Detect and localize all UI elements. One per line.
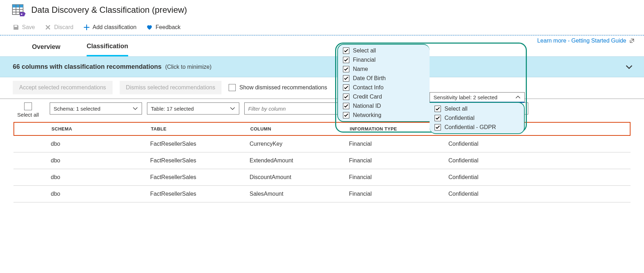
- cell-column: DiscountAmount: [250, 174, 349, 180]
- dropdown-option[interactable]: Confidential - GDPR: [430, 123, 524, 132]
- table-row[interactable]: dboFactResellerSalesExtendedAmountFinanc…: [13, 152, 631, 169]
- dropdown-option-label: Select all: [444, 106, 468, 112]
- cell-info-type: Financial: [349, 191, 448, 197]
- banner-hint: (Click to minimize): [165, 64, 212, 70]
- chevron-down-icon: [230, 106, 235, 111]
- cell-column: SalesAmount: [250, 191, 349, 197]
- learn-more-link[interactable]: Learn more - Getting Started Guide: [537, 38, 635, 44]
- tab-classification[interactable]: Classification: [87, 43, 128, 56]
- dropdown-option-label: Confidential: [444, 115, 475, 121]
- cell-sensitivity: Confidential: [448, 157, 548, 164]
- dropdown-option-label: Confidential - GDPR: [444, 124, 496, 130]
- dropdown-option[interactable]: Financial: [338, 55, 430, 65]
- command-bar: Save Discard Add classification Feedback: [0, 20, 644, 35]
- checkbox-checked-icon: [343, 84, 349, 91]
- table-row[interactable]: dboFactResellerSalesDiscountAmountFinanc…: [13, 169, 631, 186]
- col-column[interactable]: COLUMN: [250, 126, 350, 132]
- checkbox-checked-icon: [435, 106, 441, 112]
- add-classification-label: Add classification: [93, 24, 137, 30]
- svg-point-6: [21, 13, 22, 15]
- checkbox-checked-icon: [435, 115, 441, 121]
- feedback-label: Feedback: [155, 24, 180, 30]
- dismiss-selected-button[interactable]: Dismiss selected recommendations: [120, 81, 222, 94]
- chevron-down-icon: [132, 106, 138, 111]
- table-row[interactable]: dboFactResellerSalesSalesAmountFinancial…: [13, 186, 631, 202]
- information-type-dropdown-panel[interactable]: Select allFinancialNameDate Of BirthCont…: [337, 44, 430, 122]
- select-all-checkbox[interactable]: Select all: [16, 102, 40, 118]
- col-schema[interactable]: SCHEMA: [51, 126, 151, 132]
- chevron-down-icon: [625, 63, 633, 71]
- show-dismissed-label: Show dismissed recommendations: [239, 84, 327, 91]
- chevron-up-icon: [515, 94, 521, 100]
- dropdown-option[interactable]: Confidential: [430, 113, 524, 123]
- heart-icon: [146, 24, 153, 30]
- recommendations-banner[interactable]: 66 columns with classification recommend…: [0, 56, 644, 77]
- dropdown-option[interactable]: National ID: [338, 101, 430, 111]
- dropdown-option[interactable]: Contact Info: [338, 83, 430, 92]
- sensitivity-label-dropdown-panel[interactable]: Select allConfidentialConfidential - GDP…: [430, 102, 525, 134]
- checkbox-checked-icon: [435, 124, 441, 130]
- save-label: Save: [22, 24, 35, 30]
- dropdown-option[interactable]: Networking: [338, 111, 430, 120]
- dropdown-option-label: Contact Info: [353, 84, 383, 91]
- column-filter-textbox[interactable]: [248, 106, 335, 112]
- discard-button[interactable]: Discard: [45, 24, 73, 30]
- cell-sensitivity: Confidential: [448, 141, 548, 147]
- dropdown-option[interactable]: Date Of Birth: [338, 74, 430, 83]
- dropdown-option-label: Credit Card: [353, 94, 382, 100]
- cell-schema: dbo: [51, 141, 150, 147]
- recommendations-table: SCHEMA TABLE COLUMN INFORMATION TYPE SEN…: [0, 122, 644, 202]
- cell-info-type: Financial: [349, 141, 448, 147]
- dropdown-option[interactable]: Select all: [338, 46, 430, 55]
- show-dismissed-checkbox[interactable]: Show dismissed recommendations: [229, 84, 327, 91]
- external-link-icon: [629, 38, 635, 44]
- dropdown-option-label: Financial: [353, 57, 376, 63]
- dropdown-option-label: Networking: [353, 112, 381, 118]
- checkbox-checked-icon: [343, 112, 349, 118]
- sensitivity-label-dropdown-open[interactable]: Sensitivity label: 2 selected: [430, 92, 525, 103]
- page-title: Data Discovery & Classification (preview…: [31, 5, 187, 15]
- table-header: SCHEMA TABLE COLUMN INFORMATION TYPE SEN…: [13, 122, 631, 136]
- cell-schema: dbo: [51, 157, 150, 164]
- tab-overview[interactable]: Overview: [32, 43, 60, 56]
- checkbox-checked-icon: [343, 75, 349, 82]
- dropdown-option-label: Name: [353, 66, 368, 72]
- svg-rect-1: [12, 5, 23, 7]
- checkbox-checked-icon: [343, 103, 349, 109]
- classification-table-icon: [12, 4, 26, 16]
- select-all-label: Select all: [17, 112, 39, 118]
- checkbox-icon: [229, 84, 236, 91]
- learn-more-label: Learn more - Getting Started Guide: [537, 38, 626, 44]
- add-classification-button[interactable]: Add classification: [83, 24, 137, 30]
- dropdown-option-label: Select all: [353, 48, 376, 54]
- filters-row: Select all Schema: 1 selected Table: 17 …: [0, 99, 644, 120]
- cell-table: FactResellerSales: [150, 191, 250, 197]
- schema-filter-dropdown[interactable]: Schema: 1 selected: [50, 102, 142, 115]
- table-filter-label: Table: 17 selected: [151, 106, 194, 112]
- checkbox-checked-icon: [343, 57, 349, 63]
- table-filter-dropdown[interactable]: Table: 17 selected: [147, 102, 239, 115]
- page-header: Data Discovery & Classification (preview…: [0, 0, 644, 20]
- save-button[interactable]: Save: [13, 24, 35, 30]
- discard-label: Discard: [54, 24, 73, 30]
- cell-table: FactResellerSales: [150, 157, 250, 164]
- col-table[interactable]: TABLE: [151, 126, 250, 132]
- cell-sensitivity: Confidential: [448, 174, 548, 180]
- save-icon: [13, 24, 19, 30]
- tabs-row: Overview Classification Learn more - Get…: [0, 35, 644, 56]
- sensitivity-header-label: Sensitivity label: 2 selected: [433, 94, 497, 100]
- cell-column: CurrencyKey: [250, 141, 349, 147]
- table-body: dboFactResellerSalesCurrencyKeyFinancial…: [13, 136, 631, 202]
- dropdown-option[interactable]: Credit Card: [338, 92, 430, 101]
- column-filter-input[interactable]: [244, 102, 339, 115]
- cell-schema: dbo: [51, 191, 150, 197]
- feedback-button[interactable]: Feedback: [146, 24, 180, 30]
- table-row[interactable]: dboFactResellerSalesCurrencyKeyFinancial…: [13, 136, 631, 152]
- dropdown-option[interactable]: Select all: [430, 104, 524, 113]
- cell-column: ExtendedAmount: [250, 157, 349, 164]
- accept-selected-button[interactable]: Accept selected recommendations: [13, 81, 113, 94]
- dropdown-option-label: National ID: [353, 103, 381, 109]
- dropdown-option[interactable]: Name: [338, 65, 430, 74]
- plus-icon: [83, 24, 90, 30]
- checkbox-checked-icon: [343, 48, 349, 54]
